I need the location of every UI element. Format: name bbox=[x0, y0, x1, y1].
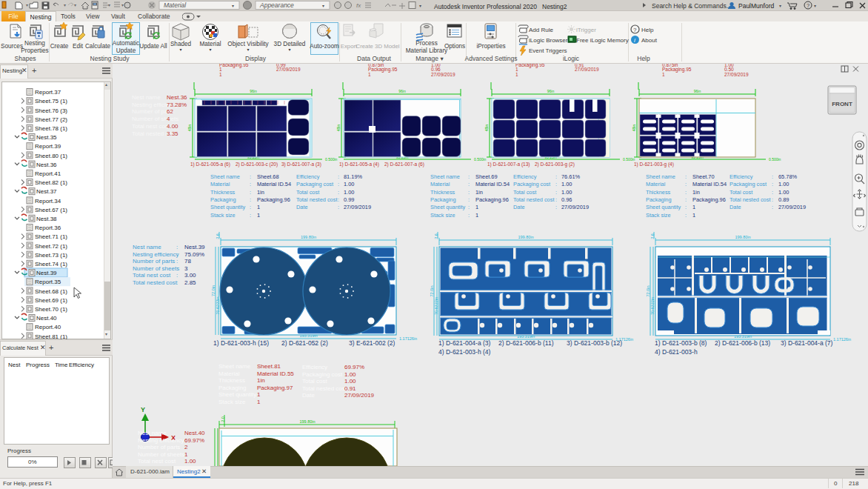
svg-text::: : bbox=[772, 196, 773, 203]
svg-text:27/09/2019: 27/09/2019 bbox=[575, 67, 599, 72]
svg-text:1) D-621-004-a (3): 1) D-621-004-a (3) bbox=[438, 339, 491, 347]
svg-text:Number of sheets: Number of sheets bbox=[133, 265, 179, 272]
svg-text:Sheet.74 (1): Sheet.74 (1) bbox=[35, 261, 67, 267]
svg-text:Nest.40: Nest.40 bbox=[184, 430, 205, 436]
svg-text:62: 62 bbox=[167, 108, 173, 115]
svg-text:Report.37: Report.37 bbox=[35, 89, 61, 96]
svg-text:1.00: 1.00 bbox=[184, 458, 196, 465]
svg-text:3.35: 3.35 bbox=[167, 130, 178, 137]
svg-text:▾: ▾ bbox=[74, 3, 76, 7]
svg-text:69.97%: 69.97% bbox=[184, 437, 204, 444]
svg-text::: : bbox=[176, 258, 178, 265]
svg-text:Packaging.95: Packaging.95 bbox=[368, 67, 398, 73]
svg-text:Thickness: Thickness bbox=[646, 189, 671, 196]
svg-text:1: 1 bbox=[257, 204, 260, 210]
svg-text:▾: ▾ bbox=[121, 3, 124, 7]
svg-text:iLogic Browser: iLogic Browser bbox=[529, 37, 568, 44]
svg-text:1: 1 bbox=[475, 204, 478, 210]
svg-text:1: 1 bbox=[475, 212, 478, 219]
svg-text:199.80in: 199.80in bbox=[299, 419, 315, 424]
svg-text:72.0in: 72.0in bbox=[211, 285, 216, 296]
svg-text::: : bbox=[685, 173, 687, 180]
svg-text::: : bbox=[555, 196, 557, 203]
svg-text:96in: 96in bbox=[694, 89, 701, 93]
svg-text:1in: 1in bbox=[257, 189, 264, 196]
svg-text:Nest.35: Nest.35 bbox=[36, 134, 57, 141]
svg-text:About: About bbox=[641, 37, 658, 44]
svg-text:75.09%: 75.09% bbox=[184, 251, 204, 258]
svg-text::: : bbox=[685, 189, 687, 196]
svg-text:3) D-621-004-a (7): 3) D-621-004-a (7) bbox=[781, 339, 833, 347]
svg-text:Date: Date bbox=[302, 392, 315, 399]
svg-text::: : bbox=[468, 212, 470, 219]
svg-text:Efficiency: Efficiency bbox=[296, 173, 320, 180]
svg-text:Date: Date bbox=[513, 204, 525, 210]
svg-text:4) D-621-003-h: 4) D-621-003-h bbox=[655, 348, 698, 356]
svg-text::: : bbox=[176, 251, 178, 258]
svg-text:3) E-621-002 (2): 3) E-621-002 (2) bbox=[349, 339, 395, 347]
svg-text:Number of parts: Number of parts bbox=[138, 444, 180, 450]
svg-text:3) D-621-007-a (3): 3) D-621-007-a (3) bbox=[281, 162, 321, 167]
svg-text:1: 1 bbox=[692, 204, 695, 210]
svg-text::: : bbox=[772, 181, 773, 187]
svg-text:1) D-621-003-b (8): 1) D-621-003-b (8) bbox=[655, 339, 707, 347]
svg-text:Sheet.69 (1): Sheet.69 (1) bbox=[35, 297, 67, 304]
svg-text::: : bbox=[250, 181, 251, 187]
svg-text:Total nest cost: Total nest cost bbox=[133, 272, 171, 279]
svg-text:2.85: 2.85 bbox=[184, 279, 196, 286]
svg-text:1in: 1in bbox=[692, 189, 700, 196]
svg-text:Material ID.54: Material ID.54 bbox=[475, 181, 510, 187]
svg-text:Nest name: Nest name bbox=[138, 430, 167, 436]
svg-text:Sheet.68 (1): Sheet.68 (1) bbox=[35, 288, 67, 295]
svg-text:Report.35: Report.35 bbox=[35, 279, 61, 285]
svg-text:2.6: 2.6 bbox=[434, 233, 438, 239]
svg-text:1.17126in: 1.17126in bbox=[833, 337, 851, 342]
svg-text:Packaging: Packaging bbox=[646, 196, 672, 203]
svg-text:1.00: 1.00 bbox=[344, 378, 356, 385]
svg-text:4.00: 4.00 bbox=[167, 123, 178, 130]
svg-text::: : bbox=[468, 189, 470, 196]
svg-text:Sheet.70 (1): Sheet.70 (1) bbox=[35, 306, 67, 313]
svg-text:Packaging: Packaging bbox=[210, 196, 236, 203]
svg-text:Report.34: Report.34 bbox=[35, 198, 61, 204]
svg-text::: : bbox=[338, 173, 339, 180]
svg-text:3.00: 3.00 bbox=[184, 272, 196, 279]
svg-text:Thickness: Thickness bbox=[210, 189, 236, 196]
svg-text:Material: Material bbox=[218, 370, 240, 377]
svg-text:Number of sheets: Number of sheets bbox=[132, 116, 178, 122]
svg-text:Number of parts: Number of parts bbox=[133, 258, 175, 265]
svg-text:Sheet.82 (1): Sheet.82 (1) bbox=[35, 179, 67, 186]
svg-text:Packaging cost: Packaging cost bbox=[302, 371, 343, 378]
svg-text:Packaging.96: Packaging.96 bbox=[692, 196, 726, 203]
svg-text:Total nested cost: Total nested cost bbox=[730, 196, 770, 203]
svg-text::: : bbox=[176, 279, 178, 286]
svg-text:2) D-621-003-c (20): 2) D-621-003-c (20) bbox=[236, 162, 278, 167]
svg-text::: : bbox=[555, 173, 557, 180]
svg-text:1: 1 bbox=[184, 451, 188, 458]
svg-text::: : bbox=[250, 212, 251, 219]
svg-text::: : bbox=[338, 196, 339, 203]
svg-text:72.0in: 72.0in bbox=[646, 286, 650, 297]
svg-text:Total cost: Total cost bbox=[302, 378, 328, 385]
svg-text:Sheet name: Sheet name bbox=[646, 173, 675, 180]
svg-text:▾: ▾ bbox=[814, 4, 816, 8]
svg-text:69.97%: 69.97% bbox=[344, 364, 364, 370]
svg-text:fx: fx bbox=[356, 2, 361, 9]
svg-text:1.00: 1.00 bbox=[344, 189, 354, 196]
svg-text:4) D-621-003-h (4): 4) D-621-003-h (4) bbox=[438, 348, 491, 356]
svg-text:1.00: 1.00 bbox=[778, 181, 789, 187]
svg-text:Report.39: Report.39 bbox=[35, 143, 61, 150]
svg-text:0.500in: 0.500in bbox=[474, 157, 487, 162]
svg-text:2) D-621-006-b (13): 2) D-621-006-b (13) bbox=[715, 339, 770, 347]
svg-text:81.19%: 81.19% bbox=[344, 173, 362, 180]
svg-text::: : bbox=[338, 181, 339, 187]
svg-text:Sheet.80 (1): Sheet.80 (1) bbox=[35, 153, 67, 159]
svg-text:Sheet.69: Sheet.69 bbox=[475, 173, 498, 180]
svg-text:27/09/2019: 27/09/2019 bbox=[276, 67, 301, 72]
svg-text:199.80in: 199.80in bbox=[735, 235, 750, 239]
svg-text:Report.41: Report.41 bbox=[35, 170, 61, 177]
svg-text:Efficiency: Efficiency bbox=[513, 173, 537, 180]
svg-text:Nest.36: Nest.36 bbox=[167, 94, 187, 101]
svg-text:0.89: 0.89 bbox=[778, 196, 789, 203]
svg-text:Sheet.68: Sheet.68 bbox=[257, 173, 279, 180]
